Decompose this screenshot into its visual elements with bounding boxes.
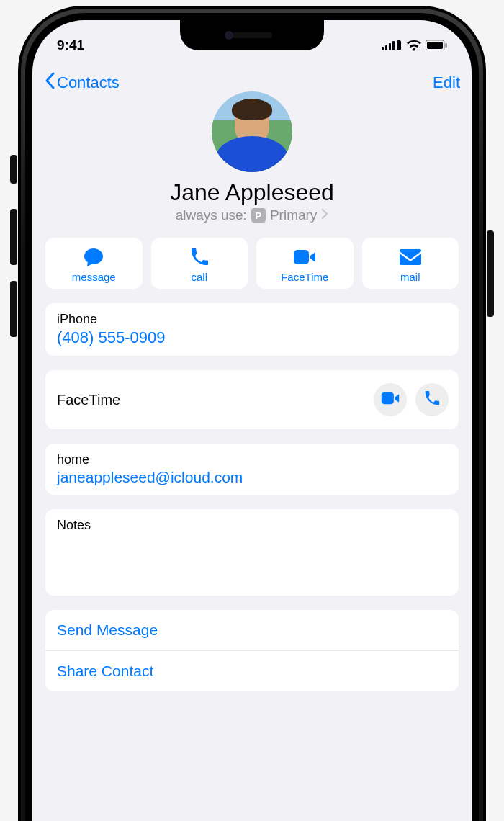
chevron-right-icon — [321, 207, 328, 223]
video-icon — [259, 246, 351, 268]
message-label: message — [48, 271, 140, 283]
action-list: Send Message Share Contact — [45, 610, 459, 691]
facetime-card-label: FaceTime — [57, 392, 120, 408]
svg-rect-1 — [427, 42, 443, 49]
message-icon — [48, 246, 140, 268]
notes-card[interactable]: Notes — [45, 509, 459, 596]
call-label: call — [154, 271, 246, 283]
contact-name: Jane Appleseed — [45, 179, 459, 206]
mute-switch — [10, 155, 17, 184]
send-message-row[interactable]: Send Message — [45, 610, 459, 651]
phone-field-value: (408) 555-0909 — [57, 328, 447, 347]
facetime-card: FaceTime — [45, 370, 459, 429]
chevron-left-icon — [44, 72, 55, 94]
quick-actions: message call FaceTime — [45, 238, 459, 289]
svg-rect-3 — [294, 250, 309, 264]
svg-rect-4 — [382, 392, 394, 404]
mail-label: mail — [365, 271, 456, 283]
phone-icon — [424, 390, 440, 409]
share-contact-row[interactable]: Share Contact — [45, 651, 459, 691]
back-label: Contacts — [57, 73, 120, 92]
email-card[interactable]: home janeappleseed@icloud.com — [45, 444, 459, 495]
screen: 9:41 Contacts Edit — [32, 20, 472, 821]
sim-name: Primary — [270, 207, 317, 223]
phone-frame: 9:41 Contacts Edit — [18, 6, 486, 821]
facetime-label: FaceTime — [259, 271, 351, 283]
battery-icon — [426, 40, 447, 50]
mail-icon — [365, 246, 456, 268]
message-button[interactable]: message — [45, 238, 143, 289]
status-time: 9:41 — [57, 37, 84, 53]
cellular-icon — [382, 40, 401, 50]
call-button[interactable]: call — [151, 238, 248, 289]
phone-icon — [154, 246, 246, 268]
email-field-value: janeappleseed@icloud.com — [57, 469, 447, 486]
email-field-label: home — [57, 452, 447, 467]
volume-up-button — [10, 209, 17, 265]
content: Jane Appleseed always use: P Primary mes… — [32, 67, 472, 821]
sim-prefix: always use: — [176, 207, 247, 223]
volume-down-button — [10, 281, 17, 337]
back-button[interactable]: Contacts — [44, 72, 120, 94]
profile-header: Jane Appleseed always use: P Primary — [45, 91, 459, 223]
video-icon — [381, 392, 400, 408]
facetime-video-button[interactable] — [374, 383, 407, 416]
facetime-audio-button[interactable] — [415, 383, 449, 416]
notes-label: Notes — [57, 518, 447, 533]
sim-selector[interactable]: always use: P Primary — [176, 207, 329, 223]
notch — [180, 20, 324, 50]
sim-badge-icon: P — [251, 208, 266, 223]
mail-button[interactable]: mail — [362, 238, 459, 289]
wifi-icon — [407, 40, 421, 51]
phone-card[interactable]: iPhone (408) 555-0909 — [45, 303, 459, 356]
edit-button[interactable]: Edit — [433, 73, 460, 92]
avatar[interactable] — [212, 91, 292, 172]
power-button — [487, 230, 494, 317]
nav-bar: Contacts Edit — [32, 66, 472, 99]
svg-rect-2 — [446, 43, 447, 48]
facetime-button[interactable]: FaceTime — [256, 238, 354, 289]
phone-field-label: iPhone — [57, 312, 447, 327]
